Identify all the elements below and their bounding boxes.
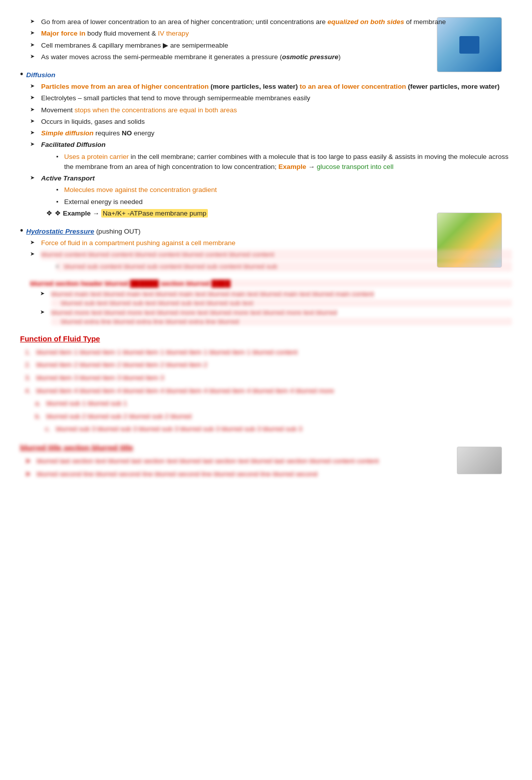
hydrostatic-item-1: Force of fluid in a compartment pushing … xyxy=(30,238,512,248)
bottom-image xyxy=(457,447,502,474)
last-section-title: blurred title section blurred title xyxy=(20,442,512,454)
hydrostatic-suffix: (pushing OUT) xyxy=(94,228,140,235)
func-sub-3: c. blurred sub 3 blurred sub 3 blurred s… xyxy=(25,424,512,435)
hydrostatic-blurred-1: blurred content blurred content blurred … xyxy=(41,250,512,260)
diffusion-item-particles: Particles move from an area of higher co… xyxy=(30,82,512,92)
external-energy-text: External energy is needed xyxy=(64,198,143,206)
hydrostatic-item-2: blurred content blurred content blurred … xyxy=(30,250,512,272)
blurred-middle-section: blurred section header blurred ██████ se… xyxy=(20,280,512,325)
osmosis-text-1: Go from area of lower concentration to a… xyxy=(41,18,328,26)
protein-carrier-text: Uses a protein carrier xyxy=(64,153,129,160)
arrow-text-2: → xyxy=(91,210,101,217)
diffusion-bullet xyxy=(20,71,26,79)
last-section-content: ➤ blurred last section text blurred last… xyxy=(20,456,512,479)
facilitated-item-1: Uses a protein carrier in the cell membr… xyxy=(56,152,512,172)
diffusion-item-electrolytes: Electrolytes – small particles that tend… xyxy=(30,93,512,103)
blurred-item-2: ➤ blurred more text blurred more text bl… xyxy=(40,309,512,325)
func-item-3: 3. blurred item 3 blurred item 3 blurred… xyxy=(25,372,512,383)
no-text: NO xyxy=(122,129,132,137)
diffusion-item-simple: Simple diffusion requires NO energy xyxy=(30,128,512,138)
func-sub-2: b. blurred sub 2 blurred sub 2 blurred s… xyxy=(25,411,512,422)
func-item-2: 2. blurred item 2 blurred item 2 blurred… xyxy=(25,359,512,370)
diffusion-list-item: Diffusion Particles move from an area of… xyxy=(20,69,512,219)
active-item-1: Molecules move against the concentration… xyxy=(56,185,512,195)
major-force-text: Major force in xyxy=(41,30,86,37)
diffusion-item-movement: Movement stops when the concentrations a… xyxy=(30,105,512,115)
stops-text: stops when the concentrations are equal … xyxy=(75,106,237,114)
osmotic-pressure-text: osmotic pressure xyxy=(282,53,339,61)
atpase-text: Na+/K+ -ATPase membrane pump xyxy=(101,209,208,218)
func-sub-1: a. blurred sub 1 blurred sub 1 xyxy=(25,398,512,409)
particles-high-text: Particles move from an area of higher co… xyxy=(41,83,209,90)
hydrostatic-blurred-sub-1: blurred sub content blurred sub content … xyxy=(56,262,512,272)
func-item-1: 1. blurred item 1 blurred item 1 blurred… xyxy=(25,347,512,358)
osmosis-item-4: As water moves across the semi-permeable… xyxy=(30,52,512,62)
hydrostatic-title: Hydrostatic Pressure xyxy=(26,228,94,235)
osmosis-item-2: Major force in body fluid movement & IV … xyxy=(30,29,512,39)
molecules-move-text: Molecules move against the concentration… xyxy=(64,186,217,193)
blurred-text-2: blurred more text blurred more text blur… xyxy=(51,309,337,316)
diffusion-arrow-list: Particles move from an area of higher co… xyxy=(20,82,512,219)
last-line-2: ➤ blurred second line blurred second lin… xyxy=(25,469,512,480)
osmosis-item-1: Go from area of lower concentration to a… xyxy=(30,17,512,27)
function-table-title: Function of Fluid Type xyxy=(20,334,512,343)
glucose-text: glucose transport into cell xyxy=(317,163,393,170)
blurred-sub-text-2: blurred extra line blurred extra line bl… xyxy=(51,318,512,325)
page-container: Go from area of lower concentration to a… xyxy=(20,17,512,489)
blurred-item-1: ➤ blurred main text blurred main text bl… xyxy=(40,290,512,307)
equalized-text: equalized on both sides xyxy=(328,18,404,26)
osmosis-item-3: Cell membranes & capillary membranes ▶ a… xyxy=(30,41,512,51)
main-list: Diffusion Particles move from an area of… xyxy=(20,69,512,272)
last-line-1: ➤ blurred last section text blurred last… xyxy=(25,456,512,467)
hydrostatic-blurred-sub: blurred sub content blurred sub content … xyxy=(41,262,512,272)
func-item-4: 4. blurred item 4 blurred item 4 blurred… xyxy=(25,385,512,397)
energy-text: energy xyxy=(132,129,154,137)
diamond-icon: ❖ xyxy=(55,210,63,217)
particles-fewer-text: (fewer particles, more water) xyxy=(406,83,499,90)
movement-text: Movement xyxy=(41,106,75,114)
particles-lower-text: to an area of lower concentration xyxy=(300,83,406,90)
active-item-2: External energy is needed xyxy=(56,197,512,207)
example-label-1: Example xyxy=(279,163,307,170)
active-sub-list: Molecules move against the concentration… xyxy=(41,185,512,207)
facilitated-title: Facilitated Diffusion xyxy=(41,141,106,148)
osmosis-text-3: Cell membranes & capillary membranes ▶ a… xyxy=(41,42,228,49)
blurred-text-1: blurred main text blurred main text blur… xyxy=(51,290,374,298)
osmosis-text-4b: ) xyxy=(339,53,341,61)
osmosis-text-2: body fluid movement & xyxy=(86,30,158,37)
electrolytes-text: Electrolytes – small particles that tend… xyxy=(41,94,310,102)
diffusion-item-active: Active Transport Molecules move against … xyxy=(30,173,512,219)
function-table-section: Function of Fluid Type 1. blurred item 1… xyxy=(20,334,512,435)
occurs-text: Occurs in liquids, gases and solids xyxy=(41,118,145,125)
active-example-diamond: ❖ Example → Na+/K+ -ATPase membrane pump xyxy=(41,209,512,219)
example-label-2: Example xyxy=(63,210,91,217)
force-fluid-text: Force of fluid in a compartment pushing … xyxy=(41,239,235,247)
diffusion-title: Diffusion xyxy=(26,71,55,79)
hydrostatic-bullet xyxy=(20,228,26,235)
hydrostatic-list: Force of fluid in a compartment pushing … xyxy=(20,238,512,272)
particles-more-text: (more particles, less water) xyxy=(209,83,300,90)
blurred-header-1: blurred section header blurred ██████ se… xyxy=(30,280,512,287)
iv-therapy-text: IV therapy xyxy=(158,30,189,37)
blurred-sub-text-1: blurred sub text blurred sub text blurre… xyxy=(51,299,512,307)
blurred-arrow-section: ➤ blurred main text blurred main text bl… xyxy=(30,290,512,325)
last-section: blurred title section blurred title ➤ bl… xyxy=(20,442,512,479)
diffusion-item-occurs: Occurs in liquids, gases and solids xyxy=(30,117,512,127)
requires-text: requires xyxy=(94,129,122,137)
osmosis-text-1b: of membrane xyxy=(404,18,446,26)
active-transport-title: Active Transport xyxy=(41,174,95,182)
osmosis-text-4a: As water moves across the semi-permeable… xyxy=(41,53,282,61)
function-table-content: 1. blurred item 1 blurred item 1 blurred… xyxy=(20,347,512,435)
facilitated-sub-list: Uses a protein carrier in the cell membr… xyxy=(41,152,512,172)
diffusion-item-facilitated: Facilitated Diffusion Uses a protein car… xyxy=(30,140,512,172)
arrow-text: → xyxy=(306,163,317,170)
simple-diffusion-text: Simple diffusion xyxy=(41,129,94,137)
